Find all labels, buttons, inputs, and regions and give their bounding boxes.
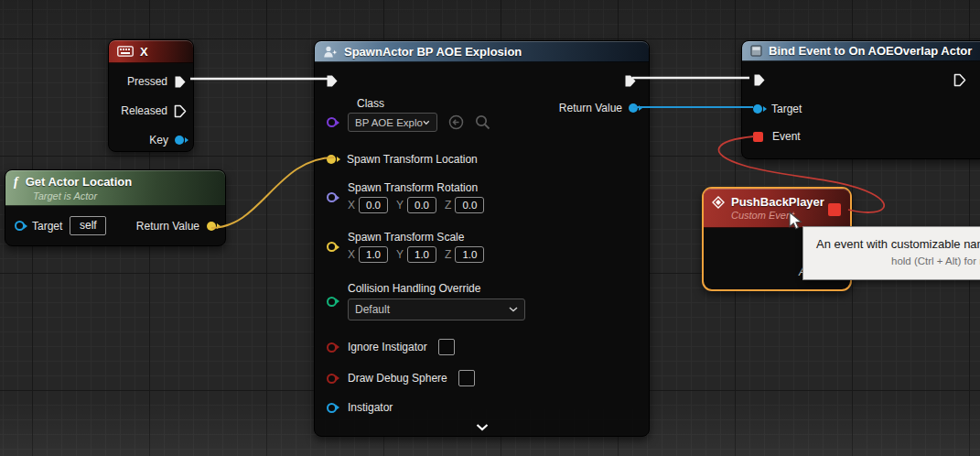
class-pin-label: Class bbox=[357, 97, 384, 110]
node-title: PushBackPlayer bbox=[731, 195, 824, 209]
spawn-transform-rotation-label: Spawn Transform Rotation bbox=[348, 181, 484, 194]
rotation-x-input[interactable]: 0.0 bbox=[359, 197, 388, 213]
spawn-transform-scale-pin[interactable] bbox=[327, 242, 337, 252]
exec-pin-out[interactable] bbox=[953, 73, 967, 87]
axis-y-label: Y bbox=[396, 248, 404, 261]
target-pin-label: Target bbox=[771, 103, 802, 115]
tooltip-text: An event with customizable name a bbox=[816, 237, 980, 251]
exec-pin-in[interactable] bbox=[753, 73, 767, 87]
node-keyboard-event-x[interactable]: X Pressed Released Key bbox=[108, 39, 194, 152]
spawn-transform-scale-label: Spawn Transform Scale bbox=[348, 231, 484, 244]
node-get-actor-location[interactable]: f Get Actor Location Target is Actor Tar… bbox=[5, 169, 226, 246]
key-pin-label: Key bbox=[149, 134, 168, 147]
target-self-input[interactable]: self bbox=[70, 216, 106, 235]
delegate-output-pin[interactable] bbox=[828, 203, 841, 216]
key-pin[interactable] bbox=[175, 136, 184, 145]
node-header[interactable]: SpawnActor BP AOE Explosion bbox=[315, 41, 649, 62]
rotation-y-input[interactable]: 0.0 bbox=[407, 197, 436, 213]
node-bind-event[interactable]: Bind Event to On AOEOverlap Actor Target… bbox=[741, 40, 980, 159]
expand-node-icon[interactable] bbox=[476, 424, 489, 431]
function-icon: f bbox=[14, 175, 18, 190]
spawn-transform-location-pin[interactable] bbox=[327, 155, 336, 164]
axis-x-label: X bbox=[348, 199, 355, 212]
event-pin-label: Event bbox=[772, 130, 801, 143]
node-subtitle: Custom Event bbox=[731, 210, 794, 221]
ignore-instigator-pin[interactable] bbox=[327, 342, 337, 353]
axis-y-label: Y bbox=[396, 199, 404, 212]
node-title: Bind Event to On AOEOverlap Actor bbox=[769, 44, 972, 58]
released-pin-label: Released bbox=[121, 104, 167, 117]
node-title: SpawnActor BP AOE Explosion bbox=[344, 45, 522, 59]
ignore-instigator-label: Ignore Instigator bbox=[348, 341, 427, 353]
blueprint-graph-canvas[interactable]: X Pressed Released Key SpawnActo bbox=[0, 0, 980, 456]
scale-y-input[interactable]: 1.0 bbox=[407, 246, 436, 263]
keyboard-icon bbox=[117, 46, 134, 57]
mouse-cursor-icon bbox=[788, 212, 805, 230]
class-dropdown[interactable]: BP AOE Explosic bbox=[348, 113, 437, 132]
node-header[interactable]: Bind Event to On AOEOverlap Actor bbox=[742, 41, 980, 61]
exec-pin-released[interactable] bbox=[174, 104, 188, 118]
spawn-actor-icon bbox=[323, 45, 338, 59]
browse-asset-icon[interactable] bbox=[448, 114, 464, 130]
event-delegate-pin[interactable] bbox=[753, 132, 763, 142]
draw-debug-sphere-pin[interactable] bbox=[327, 374, 337, 384]
exec-pin-pressed[interactable] bbox=[174, 75, 188, 89]
exec-pin-in[interactable] bbox=[326, 74, 339, 88]
return-value-label: Return Value bbox=[136, 220, 199, 233]
node-title: Get Actor Location bbox=[26, 175, 133, 189]
scale-x-input[interactable]: 1.0 bbox=[359, 246, 388, 263]
target-pin[interactable] bbox=[15, 221, 25, 231]
rotation-z-input[interactable]: 0.0 bbox=[455, 197, 484, 213]
draw-debug-sphere-checkbox[interactable] bbox=[458, 370, 475, 386]
return-value-label: Return Value bbox=[559, 102, 622, 114]
custom-event-icon bbox=[712, 196, 725, 209]
target-pin-label: Target bbox=[32, 220, 62, 233]
tooltip: An event with customizable name a hold (… bbox=[802, 226, 980, 280]
axis-z-label: Z bbox=[445, 248, 451, 261]
instigator-label: Instigator bbox=[348, 401, 393, 414]
collision-handling-label: Collision Handling Override bbox=[348, 282, 525, 295]
node-title: X bbox=[140, 45, 148, 59]
axis-x-label: X bbox=[348, 248, 355, 261]
target-pin[interactable] bbox=[753, 104, 762, 114]
chevron-down-icon bbox=[423, 120, 430, 125]
return-value-pin[interactable] bbox=[629, 103, 638, 113]
exec-pin-out[interactable] bbox=[624, 74, 638, 88]
ignore-instigator-checkbox[interactable] bbox=[438, 339, 455, 355]
node-subtitle: Target is Actor bbox=[33, 190, 97, 201]
node-spawn-actor[interactable]: SpawnActor BP AOE Explosion Return Value… bbox=[314, 40, 650, 437]
draw-debug-sphere-label: Draw Debug Sphere bbox=[348, 372, 447, 385]
collision-handling-dropdown[interactable]: Default bbox=[348, 299, 525, 320]
scale-z-input[interactable]: 1.0 bbox=[455, 246, 484, 263]
spawn-transform-rotation-pin[interactable] bbox=[327, 192, 337, 202]
spawn-transform-location-label: Spawn Transform Location bbox=[347, 153, 478, 166]
tooltip-hint: hold (Ctrl + Alt) for mor bbox=[891, 255, 980, 266]
search-icon[interactable] bbox=[475, 114, 490, 130]
class-pin[interactable] bbox=[327, 117, 337, 127]
return-value-pin[interactable] bbox=[207, 222, 216, 231]
instigator-pin[interactable] bbox=[327, 403, 337, 413]
class-dropdown-value: BP AOE Explosic bbox=[355, 117, 423, 128]
axis-z-label: Z bbox=[445, 199, 451, 212]
chevron-down-icon bbox=[509, 307, 518, 312]
bind-event-icon bbox=[750, 45, 762, 57]
collision-handling-pin[interactable] bbox=[327, 297, 337, 307]
pressed-pin-label: Pressed bbox=[127, 75, 167, 88]
collision-dropdown-value: Default bbox=[355, 303, 390, 316]
node-header[interactable]: X bbox=[109, 40, 193, 63]
